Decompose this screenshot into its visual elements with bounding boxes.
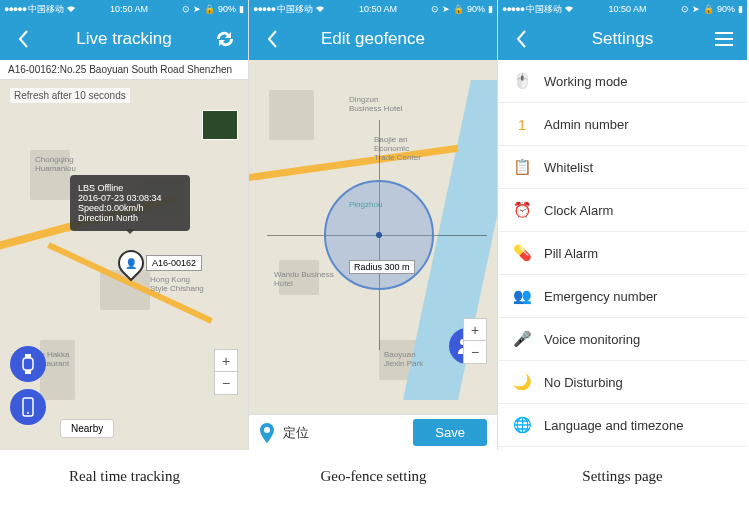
wifi-icon bbox=[564, 5, 574, 13]
zoom-controls: + − bbox=[463, 318, 487, 364]
page-title: Edit geofence bbox=[283, 29, 463, 49]
emergency-number-icon: 👥 bbox=[512, 286, 532, 306]
header-spacer bbox=[463, 28, 485, 50]
alarm-icon: ⊙ bbox=[182, 4, 190, 14]
carrier-label: 中国移动 bbox=[277, 3, 313, 16]
back-button[interactable] bbox=[12, 28, 34, 50]
carrier-label: 中国移动 bbox=[526, 3, 562, 16]
location-icon: ➤ bbox=[692, 4, 700, 14]
lock-icon: 🔒 bbox=[204, 4, 215, 14]
caption-1: Real time tracking bbox=[0, 468, 249, 485]
watch-fab[interactable] bbox=[10, 346, 46, 382]
map[interactable]: ChongqingHuamanlou Zijin HakkaRestaurant… bbox=[0, 80, 248, 450]
back-button[interactable] bbox=[510, 28, 532, 50]
settings-list[interactable]: 🖱️Working mode1Admin number📋Whitelist⏰Cl… bbox=[498, 60, 747, 450]
pill-alarm-icon: 💊 bbox=[512, 243, 532, 263]
locate-icon[interactable] bbox=[259, 423, 275, 443]
wifi-icon bbox=[315, 5, 325, 13]
header: Live tracking bbox=[0, 18, 248, 60]
status-bar: ●●●●● 中国移动 10:50 AM ⊙ ➤ 🔒 90% ▮ bbox=[249, 0, 497, 18]
location-icon: ➤ bbox=[442, 4, 450, 14]
settings-item-whitelist[interactable]: 📋Whitelist bbox=[498, 146, 747, 189]
popup-status: LBS Offline bbox=[78, 183, 182, 193]
phone-fab[interactable] bbox=[10, 389, 46, 425]
locate-label[interactable]: 定位 bbox=[283, 424, 405, 442]
marker-id-label: A16-00162 bbox=[146, 255, 202, 271]
battery-icon: ▮ bbox=[239, 4, 244, 14]
settings-item-emergency-number[interactable]: 👥Emergency number bbox=[498, 275, 747, 318]
no-disturbing-icon: 🌙 bbox=[512, 372, 532, 392]
radius-label: Radius 300 m bbox=[349, 260, 415, 274]
svg-rect-0 bbox=[23, 358, 33, 370]
geofence-screen: ●●●●● 中国移动 10:50 AM ⊙ ➤ 🔒 90% ▮ Edit geo… bbox=[249, 0, 498, 450]
svg-rect-2 bbox=[25, 370, 31, 374]
caption-2: Geo-fence setting bbox=[249, 468, 498, 485]
zoom-out-button[interactable]: − bbox=[215, 372, 237, 394]
language-and-timezone-icon: 🌐 bbox=[512, 415, 532, 435]
carrier-label: 中国移动 bbox=[28, 3, 64, 16]
geofence-center-icon bbox=[376, 232, 382, 238]
zoom-in-button[interactable]: + bbox=[464, 319, 486, 341]
satellite-toggle[interactable] bbox=[202, 110, 238, 140]
location-icon: ➤ bbox=[193, 4, 201, 14]
settings-item-pill-alarm[interactable]: 💊Pill Alarm bbox=[498, 232, 747, 275]
settings-item-label: No Disturbing bbox=[544, 375, 623, 390]
settings-item-label: Working mode bbox=[544, 74, 628, 89]
settings-item-clock-alarm[interactable]: ⏰Clock Alarm bbox=[498, 189, 747, 232]
alarm-icon: ⊙ bbox=[431, 4, 439, 14]
refresh-button[interactable] bbox=[214, 28, 236, 50]
zoom-in-button[interactable]: + bbox=[215, 350, 237, 372]
menu-button[interactable] bbox=[713, 28, 735, 50]
settings-item-working-mode[interactable]: 🖱️Working mode bbox=[498, 60, 747, 103]
time-label: 10:50 AM bbox=[110, 4, 148, 14]
battery-icon: ▮ bbox=[738, 4, 743, 14]
save-button[interactable]: Save bbox=[413, 419, 487, 446]
nearby-button[interactable]: Nearby bbox=[60, 419, 114, 438]
settings-screen: ●●●●● 中国移动 10:50 AM ⊙ ➤ 🔒 90% ▮ Settings… bbox=[498, 0, 747, 450]
location-info-bar: A16-00162:No.25 Baoyuan South Road Shenz… bbox=[0, 60, 248, 80]
settings-item-heart-rate-check[interactable]: ❤️Heart Rate Check bbox=[498, 447, 747, 450]
back-button[interactable] bbox=[261, 28, 283, 50]
signal-dots-icon: ●●●●● bbox=[253, 4, 275, 14]
settings-item-admin-number[interactable]: 1Admin number bbox=[498, 103, 747, 146]
wifi-icon bbox=[66, 5, 76, 13]
live-tracking-screen: ●●●●● 中国移动 10:50 AM ⊙ ➤ 🔒 90% ▮ Live tra… bbox=[0, 0, 249, 450]
whitelist-icon: 📋 bbox=[512, 157, 532, 177]
settings-item-label: Emergency number bbox=[544, 289, 657, 304]
settings-item-no-disturbing[interactable]: 🌙No Disturbing bbox=[498, 361, 747, 404]
header: Edit geofence bbox=[249, 18, 497, 60]
svg-rect-1 bbox=[25, 354, 31, 358]
settings-item-language-and-timezone[interactable]: 🌐Language and timezone bbox=[498, 404, 747, 447]
clock-alarm-icon: ⏰ bbox=[512, 200, 532, 220]
battery-label: 90% bbox=[467, 4, 485, 14]
settings-item-label: Voice monitoring bbox=[544, 332, 640, 347]
voice-monitoring-icon: 🎤 bbox=[512, 329, 532, 349]
svg-rect-9 bbox=[715, 44, 733, 46]
page-title: Live tracking bbox=[34, 29, 214, 49]
svg-point-4 bbox=[27, 412, 29, 414]
caption-3: Settings page bbox=[498, 468, 747, 485]
settings-item-label: Whitelist bbox=[544, 160, 593, 175]
popup-direction: Direction North bbox=[78, 213, 182, 223]
signal-dots-icon: ●●●●● bbox=[502, 4, 524, 14]
svg-rect-8 bbox=[715, 38, 733, 40]
signal-dots-icon: ●●●●● bbox=[4, 4, 26, 14]
admin-number-icon: 1 bbox=[512, 114, 532, 134]
zoom-out-button[interactable]: − bbox=[464, 341, 486, 363]
time-label: 10:50 AM bbox=[609, 4, 647, 14]
settings-item-label: Admin number bbox=[544, 117, 629, 132]
working-mode-icon: 🖱️ bbox=[512, 71, 532, 91]
location-marker[interactable]: 👤 bbox=[118, 250, 144, 284]
alarm-icon: ⊙ bbox=[681, 4, 689, 14]
svg-rect-7 bbox=[715, 32, 733, 34]
lock-icon: 🔒 bbox=[453, 4, 464, 14]
popup-timestamp: 2016-07-23 03:08:34 bbox=[78, 193, 182, 203]
battery-icon: ▮ bbox=[488, 4, 493, 14]
captions-row: Real time tracking Geo-fence setting Set… bbox=[0, 450, 749, 485]
popup-speed: Speed:0.00km/h bbox=[78, 203, 182, 213]
time-label: 10:50 AM bbox=[359, 4, 397, 14]
map[interactable]: DingzunBusiness Hotel Baojie anEconomicT… bbox=[249, 60, 497, 414]
status-bar: ●●●●● 中国移动 10:50 AM ⊙ ➤ 🔒 90% ▮ bbox=[498, 0, 747, 18]
location-popup: LBS Offline 2016-07-23 03:08:34 Speed:0.… bbox=[70, 175, 190, 231]
settings-item-voice-monitoring[interactable]: 🎤Voice monitoring bbox=[498, 318, 747, 361]
